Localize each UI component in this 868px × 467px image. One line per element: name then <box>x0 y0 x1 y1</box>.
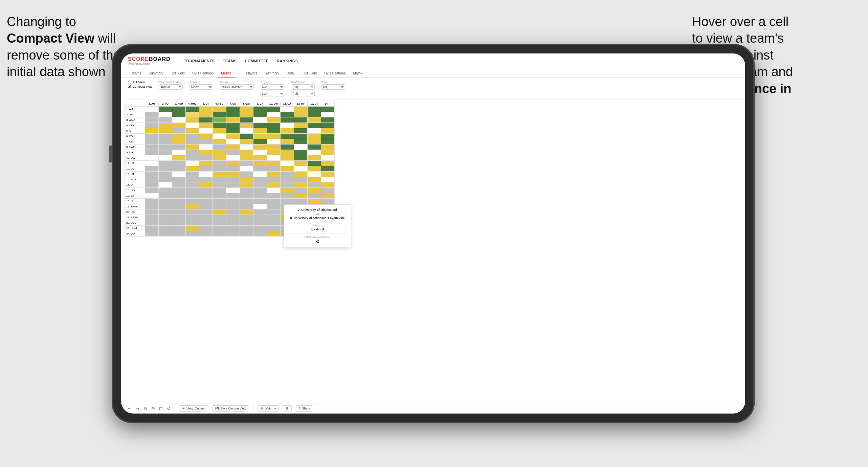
matrix-cell-20-4[interactable] <box>199 215 213 220</box>
matrix-cell-9-1[interactable] <box>159 155 172 161</box>
matrix-cell-16-10[interactable] <box>281 193 294 199</box>
matrix-cell-18-3[interactable] <box>186 204 199 209</box>
redo-icon[interactable]: ↪ <box>136 406 139 411</box>
matrix-cell-1-12[interactable] <box>308 112 321 117</box>
zoom-reset-icon[interactable]: ⊡ <box>159 406 163 411</box>
matrix-cell-12-9[interactable] <box>267 172 281 177</box>
tab-summary[interactable]: Summary <box>145 70 166 77</box>
matrix-cell-7-13[interactable] <box>321 144 335 150</box>
matrix-cell-6-4[interactable] <box>199 139 213 144</box>
matrix-cell-12-3[interactable] <box>186 172 199 177</box>
matrix-cell-0-9[interactable] <box>267 107 281 112</box>
matrix-cell-1-8[interactable] <box>253 112 267 117</box>
matrix-cell-9-4[interactable] <box>199 155 213 161</box>
matrix-cell-16-13[interactable] <box>321 193 335 199</box>
matrix-cell-21-5[interactable] <box>213 220 226 226</box>
matrix-cell-13-11[interactable] <box>294 177 308 182</box>
matrix-cell-14-5[interactable] <box>213 182 226 188</box>
matrix-cell-13-3[interactable] <box>186 177 199 182</box>
matrix-cell-19-4[interactable] <box>199 209 213 215</box>
matrix-cell-12-0[interactable] <box>145 172 159 177</box>
matrix-cell-2-6[interactable] <box>226 117 240 123</box>
matrix-cell-11-9[interactable] <box>267 166 281 172</box>
matrix-cell-15-9[interactable] <box>267 188 281 193</box>
matrix-cell-10-10[interactable] <box>281 161 294 166</box>
matrix-cell-0-8[interactable] <box>253 107 267 112</box>
matrix-cell-11-0[interactable] <box>145 166 159 172</box>
matrix-cell-4-8[interactable] <box>253 128 267 134</box>
matrix-cell-7-10[interactable] <box>281 144 294 150</box>
matrix-cell-1-2[interactable] <box>172 112 186 117</box>
matrix-cell-9-0[interactable] <box>145 155 159 161</box>
matrix-cell-1-7[interactable] <box>240 112 253 117</box>
matrix-cell-6-9[interactable] <box>267 139 281 144</box>
matrix-cell-17-0[interactable] <box>145 199 159 204</box>
matrix-cell-4-9[interactable] <box>267 128 281 134</box>
matrix-cell-5-6[interactable] <box>226 134 240 139</box>
matrix-cell-12-11[interactable] <box>294 172 308 177</box>
matrix-cell-5-11[interactable] <box>294 134 308 139</box>
matrix-cell-14-9[interactable] <box>267 182 281 188</box>
matrix-cell-7-1[interactable] <box>159 144 172 150</box>
matrix-cell-2-9[interactable] <box>267 117 281 123</box>
matrix-cell-14-8[interactable] <box>253 182 267 188</box>
matrix-cell-5-4[interactable] <box>199 134 213 139</box>
matrix-cell-1-6[interactable] <box>226 112 240 117</box>
matrix-cell-11-7[interactable] <box>240 166 253 172</box>
matrix-cell-21-8[interactable] <box>253 220 267 226</box>
matrix-cell-6-11[interactable] <box>294 139 308 144</box>
matrix-cell-22-1[interactable] <box>159 226 172 231</box>
matrix-cell-14-0[interactable] <box>145 182 159 188</box>
compact-view-option[interactable]: Compact View <box>128 85 152 88</box>
matrix-cell-8-11[interactable] <box>294 150 308 155</box>
matrix-cell-21-3[interactable] <box>186 220 199 226</box>
watch-btn[interactable]: ◎ Watch ▾ <box>258 405 279 412</box>
matrix-cell-0-7[interactable] <box>240 107 253 112</box>
refresh-icon[interactable]: ↺ <box>167 406 171 411</box>
matrix-cell-15-0[interactable] <box>145 188 159 193</box>
matrix-cell-6-6[interactable] <box>226 139 240 144</box>
matrix-cell-18-8[interactable] <box>253 204 267 209</box>
matrix-cell-18-7[interactable] <box>240 204 253 209</box>
matrix-cell-9-3[interactable] <box>186 155 199 161</box>
matrix-cell-11-13[interactable] <box>321 166 335 172</box>
matrix-cell-21-9[interactable] <box>267 220 281 226</box>
matrix-cell-7-11[interactable] <box>294 144 308 150</box>
matrix-cell-11-5[interactable] <box>213 166 226 172</box>
matrix-cell-17-2[interactable] <box>172 199 186 204</box>
matrix-cell-0-5[interactable] <box>213 107 226 112</box>
matrix-cell-9-8[interactable] <box>253 155 267 161</box>
matrix-cell-17-3[interactable] <box>186 199 199 204</box>
matrix-cell-15-8[interactable] <box>253 188 267 193</box>
matrix-cell-2-13[interactable] <box>321 117 335 123</box>
matrix-cell-0-6[interactable] <box>226 107 240 112</box>
matrix-cell-17-12[interactable] <box>308 199 321 204</box>
matrix-cell-22-2[interactable] <box>172 226 186 231</box>
tab-matrix[interactable]: Matrix <box>218 70 234 77</box>
matrix-cell-5-7[interactable] <box>240 134 253 139</box>
tab-h2h-grid2[interactable]: H2H Grid <box>299 70 320 77</box>
matrix-cell-14-4[interactable] <box>199 182 213 188</box>
matrix-cell-9-7[interactable] <box>240 155 253 161</box>
matrix-cell-17-1[interactable] <box>159 199 172 204</box>
tab-summary2[interactable]: Summary <box>261 70 283 77</box>
matrix-cell-7-9[interactable] <box>267 144 281 150</box>
matrix-cell-22-7[interactable] <box>240 226 253 231</box>
matrix-cell-9-12[interactable] <box>308 155 321 161</box>
matrix-cell-8-5[interactable] <box>213 150 226 155</box>
matrix-cell-10-3[interactable] <box>186 161 199 166</box>
matrix-cell-19-3[interactable] <box>186 209 199 215</box>
matrix-cell-23-7[interactable] <box>240 231 253 237</box>
matrix-cell-20-1[interactable] <box>159 215 172 220</box>
matrix-cell-16-3[interactable] <box>186 193 199 199</box>
matrix-cell-8-12[interactable] <box>308 150 321 155</box>
tab-detail[interactable]: Detail <box>283 70 299 77</box>
matrix-cell-8-7[interactable] <box>240 150 253 155</box>
matrix-cell-22-9[interactable] <box>267 226 281 231</box>
matrix-cell-9-5[interactable] <box>213 155 226 161</box>
matrix-cell-23-4[interactable] <box>199 231 213 237</box>
matrix-cell-0-1[interactable] <box>159 107 172 112</box>
matrix-cell-18-6[interactable] <box>226 204 240 209</box>
matrix-cell-5-0[interactable] <box>145 134 159 139</box>
matrix-cell-10-12[interactable] <box>308 161 321 166</box>
